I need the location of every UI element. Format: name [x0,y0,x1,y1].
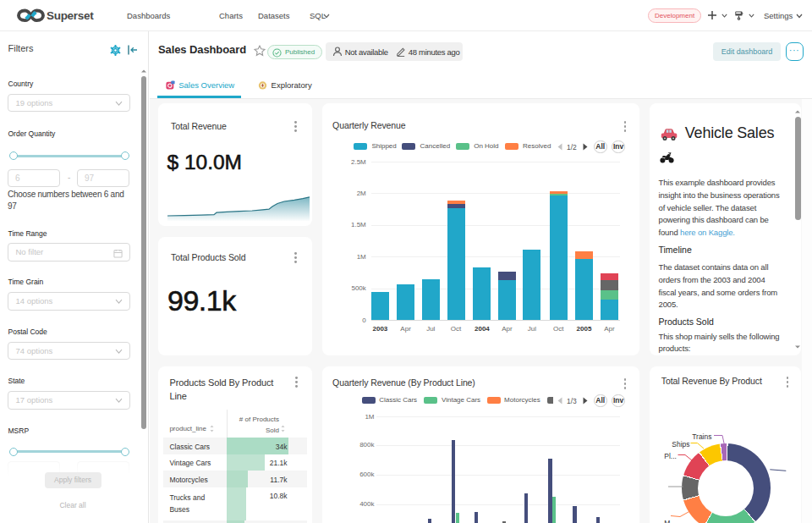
svg-text:Superset: Superset [47,9,94,22]
